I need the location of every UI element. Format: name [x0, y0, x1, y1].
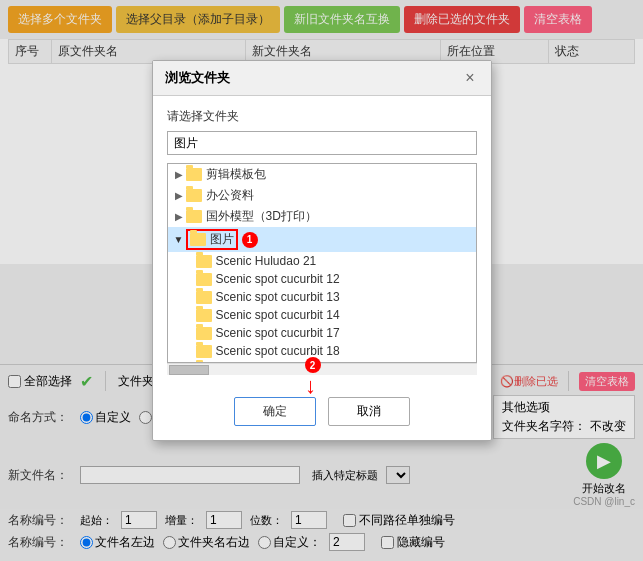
dialog-confirm-btn[interactable]: 确定 — [234, 397, 316, 426]
folder-icon — [196, 273, 212, 286]
folder-tree[interactable]: ▶ 剪辑模板包 ▶ 办公资料 ▶ 国外模型（3D打印） ▼ — [167, 163, 477, 363]
folder-icon — [196, 291, 212, 304]
scroll-thumb[interactable] — [169, 365, 209, 375]
tree-item[interactable]: Scenic spot cucurbit 12 — [168, 270, 476, 288]
tree-item[interactable]: ▶ 国外模型（3D打印） — [168, 206, 476, 227]
tree-item-label: Scenic spot cucurbit 18 — [216, 344, 340, 358]
dialog-body: 请选择文件夹 ▶ 剪辑模板包 ▶ 办公资料 ▶ 国外模型（3D打 — [153, 96, 491, 387]
tree-item-label: 剪辑模板包 — [206, 166, 266, 183]
dialog-titlebar: 浏览文件夹 × — [153, 61, 491, 96]
tree-item-label: Scenic Huludao 21 — [216, 254, 317, 268]
expand-arrow: ▼ — [172, 234, 186, 245]
tree-item[interactable]: Scenic spot cucurbit 17 — [168, 324, 476, 342]
dialog-subtitle: 请选择文件夹 — [167, 108, 477, 125]
tree-item[interactable]: Scenic spot cucurbit 13 — [168, 288, 476, 306]
tree-item[interactable]: Scenic spot cucurbit 18 — [168, 342, 476, 360]
badge-2: 2 — [305, 357, 321, 373]
browse-folder-dialog: 浏览文件夹 × 请选择文件夹 ▶ 剪辑模板包 ▶ 办公资料 — [152, 60, 492, 441]
tree-item[interactable]: Scenic spot cucurbit 14 — [168, 306, 476, 324]
tree-item[interactable]: ▶ 办公资料 — [168, 185, 476, 206]
tree-item-label: Scenic spot cucurbit 13 — [216, 290, 340, 304]
tree-item-label: Scenic spot cucurbit 17 — [216, 326, 340, 340]
expand-arrow: ▶ — [172, 169, 186, 180]
dialog-close-btn[interactable]: × — [461, 69, 478, 87]
folder-icon — [196, 363, 212, 364]
tree-item-label: Scenic spot cucurbit 22 — [216, 362, 340, 363]
tree-item-label-pictures: 图片 — [210, 231, 234, 248]
folder-icon — [196, 255, 212, 268]
tree-item-label: 办公资料 — [206, 187, 254, 204]
folder-icon-selected — [190, 233, 206, 246]
tree-item[interactable]: Scenic Huludao 21 — [168, 252, 476, 270]
expand-arrow: ▶ — [172, 190, 186, 201]
folder-icon — [186, 189, 202, 202]
badge-1: 1 — [242, 232, 258, 248]
dialog-footer: 2 ↓ 确定 取消 — [153, 387, 491, 440]
tree-item-label: Scenic spot cucurbit 12 — [216, 272, 340, 286]
horizontal-scrollbar[interactable] — [167, 363, 477, 375]
dialog-title: 浏览文件夹 — [165, 69, 230, 87]
folder-icon — [186, 210, 202, 223]
tree-item-label: 国外模型（3D打印） — [206, 208, 317, 225]
dialog-cancel-btn[interactable]: 取消 — [328, 397, 410, 426]
folder-icon — [186, 168, 202, 181]
tree-item[interactable]: Scenic spot cucurbit 22 — [168, 360, 476, 363]
folder-icon — [196, 327, 212, 340]
expand-arrow: ▶ — [172, 211, 186, 222]
folder-icon — [196, 309, 212, 322]
folder-path-input[interactable] — [167, 131, 477, 155]
tree-item-label: Scenic spot cucurbit 14 — [216, 308, 340, 322]
folder-icon — [196, 345, 212, 358]
dialog-overlay: 浏览文件夹 × 请选择文件夹 ▶ 剪辑模板包 ▶ 办公资料 — [0, 0, 643, 561]
tree-item-selected[interactable]: ▼ 图片 1 — [168, 227, 476, 252]
tree-item[interactable]: ▶ 剪辑模板包 — [168, 164, 476, 185]
